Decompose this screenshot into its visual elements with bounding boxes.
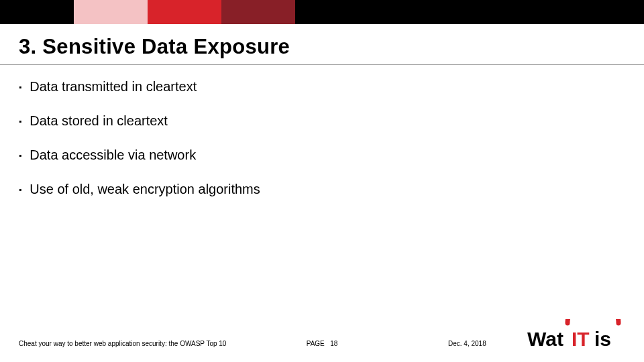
footer-page-number: 18: [330, 340, 337, 347]
bullet-list: Data transmitted in cleartext Data store…: [19, 79, 260, 216]
footer-page-label: PAGE: [307, 340, 325, 347]
bullet-item: Data accessible via network: [19, 147, 260, 163]
bullet-item: Data stored in cleartext: [19, 113, 260, 129]
topbar-segment-pink: [74, 0, 148, 24]
topbar-segment-red: [148, 0, 221, 24]
slide: 3. Sensitive Data Exposure Data transmit…: [0, 0, 644, 362]
bullet-text: Data transmitted in cleartext: [30, 79, 197, 95]
bullet-text: Use of old, weak encryption algorithms: [30, 182, 260, 197]
logo-text-it: IT: [572, 328, 590, 350]
topbar-segment-black-left: [0, 0, 74, 24]
logo-text-wat: Wat: [527, 328, 564, 350]
logo-text-is: is: [594, 328, 611, 350]
bullet-text: Data stored in cleartext: [30, 113, 168, 129]
topbar-segment-darkred: [221, 0, 295, 24]
footer-page: PAGE 18: [307, 340, 338, 347]
topbar-segment-black-right: [295, 0, 644, 24]
footer-date: Dec. 4, 2018: [448, 340, 486, 347]
watitis-logo: Wat IT is: [527, 319, 628, 354]
top-color-bar: [0, 0, 644, 24]
bullet-item: Data transmitted in cleartext: [19, 79, 260, 95]
bullet-text: Data accessible via network: [30, 147, 196, 163]
footer-title: Cheat your way to better web application…: [19, 340, 226, 347]
slide-title: 3. Sensitive Data Exposure: [19, 35, 290, 59]
title-underline: [0, 64, 644, 65]
logo-arc-icon: [568, 319, 619, 323]
bullet-item: Use of old, weak encryption algorithms: [19, 182, 260, 197]
